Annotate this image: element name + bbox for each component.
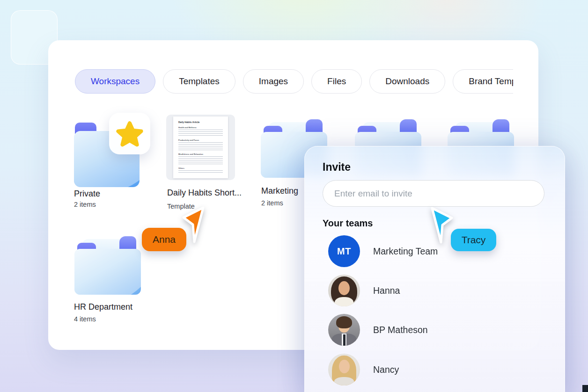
team-row-bp-matheson[interactable]: BP Matheson: [328, 314, 544, 346]
item-name-daily-habits: Daily Habits Short...: [167, 188, 242, 198]
team-row-nancy[interactable]: Nancy: [328, 354, 544, 385]
avatar-face-shape: [338, 281, 350, 295]
document-section-label: Health and Wellness: [178, 126, 223, 129]
avatar-marketing-team: MT: [328, 235, 360, 267]
tab-downloads[interactable]: Downloads: [369, 69, 445, 94]
cursor-label-tracy: Tracy: [451, 229, 496, 251]
folder-icon-hr-department[interactable]: [74, 236, 141, 295]
your-teams-heading: Your teams: [323, 218, 373, 229]
document-preview-heading: Daily Habits Article: [178, 121, 223, 123]
item-meta-hr-department: 4 items: [74, 315, 96, 323]
avatar-face-shape: [339, 360, 350, 373]
tab-files[interactable]: Files: [311, 69, 362, 94]
item-name-hr-department: HR Department: [74, 302, 132, 312]
star-badge: [109, 113, 150, 154]
invite-panel: Invite Your teams MT Marketing Team Hann…: [304, 146, 565, 392]
member-name: Hanna: [373, 285, 400, 296]
tab-images[interactable]: Images: [243, 69, 304, 94]
document-text-lines: [178, 130, 223, 136]
tab-workspaces[interactable]: Workspaces: [75, 69, 155, 94]
document-section-label: Productivity and Focus: [178, 139, 223, 141]
team-row-hanna[interactable]: Hanna: [328, 275, 544, 306]
avatar-body-shape: [334, 377, 354, 385]
document-text-lines: [178, 142, 223, 150]
avatar-body-shape: [335, 297, 353, 306]
tab-bar: Workspaces Templates Images Files Downlo…: [75, 69, 513, 94]
document-page: Daily Habits Article Health and Wellness…: [173, 116, 228, 178]
item-meta-marketing: 2 items: [261, 199, 283, 207]
star-icon: [116, 120, 143, 147]
avatar-bp-matheson: [328, 314, 360, 346]
folder-body-shape: [74, 249, 141, 295]
item-name-marketing: Marketing: [261, 186, 298, 196]
member-name: Marketing Team: [373, 246, 438, 257]
cursor-label-anna: Anna: [142, 228, 186, 251]
member-name: BP Matheson: [373, 325, 428, 335]
document-section-label: Others: [178, 167, 223, 169]
tab-brand-templates[interactable]: Brand Templates: [453, 69, 513, 94]
page-background: Workspaces Templates Images Files Downlo…: [0, 0, 588, 392]
document-text-lines: [178, 156, 223, 164]
invite-title: Invite: [323, 161, 351, 174]
item-meta-private: 2 items: [74, 201, 96, 208]
member-name: Nancy: [373, 364, 399, 375]
document-text-lines: [178, 170, 223, 173]
avatar-tie-shape: [343, 334, 345, 346]
document-thumbnail[interactable]: Daily Habits Article Health and Wellness…: [166, 115, 235, 180]
document-section-label: Mindfulness and Relaxation: [178, 153, 223, 155]
avatar-hair-shape: [336, 316, 352, 328]
item-name-private: Private: [74, 189, 100, 199]
avatar-nancy: [328, 354, 360, 385]
corner-accent-shape: [582, 385, 588, 392]
invite-email-input[interactable]: [323, 180, 544, 207]
tab-templates[interactable]: Templates: [163, 69, 235, 94]
avatar-hanna: [328, 275, 360, 306]
